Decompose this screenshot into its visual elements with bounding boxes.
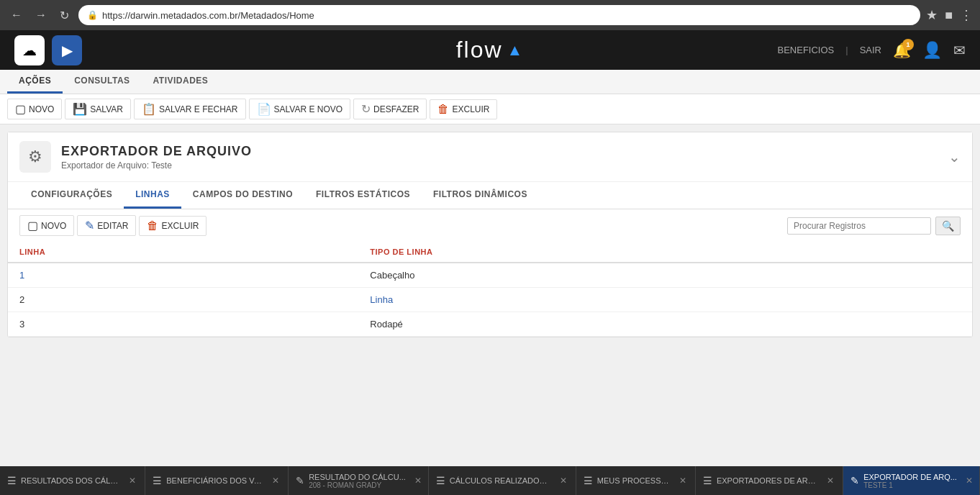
search-area: 🔍 (787, 217, 961, 235)
sub-excluir-icon: 🗑 (147, 219, 158, 232)
desfazer-label: DESFAZER (373, 104, 419, 114)
salvar-fechar-label: SALVAR E FECHAR (159, 104, 238, 114)
back-button[interactable]: ← (7, 7, 26, 23)
sub-toolbar: ▢ NOVO ✎ EDITAR 🗑 EXCLUIR 🔍 (8, 209, 972, 242)
cell-linha-3: 3 (8, 312, 358, 337)
salvar-fechar-button[interactable]: 📋 SALVAR E FECHAR (134, 99, 246, 119)
app-title: flow ▲ (456, 37, 525, 63)
extensions-button[interactable]: ■ (945, 8, 953, 23)
page-subtitle: Exportador de Arquivo: Teste (61, 160, 252, 171)
novo-checkbox-icon: ▢ (15, 102, 26, 116)
data-table: LINHA TIPO DE LINHA 1Cabeçalho2Linha3Rod… (8, 242, 972, 337)
bookmark-button[interactable]: ★ (926, 7, 938, 23)
nav-separator: | (845, 45, 848, 55)
refresh-button[interactable]: ↻ (56, 7, 73, 24)
page-header-icon: ⚙ (19, 141, 51, 173)
table-row[interactable]: 2Linha (8, 288, 972, 312)
user-avatar-icon[interactable]: 👤 (922, 41, 942, 60)
excluir-trash-icon: 🗑 (437, 103, 449, 116)
tab-atividades[interactable]: ATIVIDADES (142, 70, 220, 94)
browser-bar: ← → ↻ 🔒 https://darwin.metadados.com.br/… (0, 0, 980, 30)
notification-badge: 1 (902, 39, 914, 50)
cell-tipo-2[interactable]: Linha (358, 288, 972, 312)
sub-novo-button[interactable]: ▢ NOVO (19, 215, 74, 236)
cloud-logo: ☁ (14, 35, 45, 65)
salvar-button[interactable]: 💾 SALVAR (65, 99, 131, 119)
tab-campos-destino[interactable]: CAMPOS DO DESTINO (181, 182, 304, 209)
tab-consultas[interactable]: CONSULTAS (63, 70, 141, 94)
excluir-label: EXCLUIR (452, 104, 489, 114)
page-content-area: ⚙ EXPORTADOR DE ARQUIVO Exportador de Ar… (7, 132, 973, 337)
url-text: https://darwin.metadados.com.br/Metadado… (102, 10, 314, 21)
app-header: ☁ ▶ flow ▲ BENEFICIOS | SAIR 🔔 1 👤 ✉ (0, 30, 980, 70)
linha-link-1[interactable]: 1 (19, 270, 24, 281)
browser-menu-button[interactable]: ⋮ (960, 7, 973, 23)
desfazer-button[interactable]: ↻ DESFAZER (353, 99, 427, 119)
excluir-toolbar-button[interactable]: 🗑 EXCLUIR (430, 99, 497, 119)
browser-actions: ★ ■ ⋮ (926, 7, 973, 23)
search-input[interactable] (787, 217, 931, 235)
salvar-novo-icon: 📄 (257, 102, 271, 116)
table-row[interactable]: 3Rodapé (8, 312, 972, 337)
tab-linhas[interactable]: LINHAS (124, 182, 181, 209)
app-name-text: flow (456, 37, 503, 63)
sub-novo-icon: ▢ (27, 219, 38, 232)
salvar-icon: 💾 (73, 102, 87, 116)
arrow-logo[interactable]: ▶ (52, 35, 82, 65)
sub-excluir-label: EXCLUIR (161, 221, 199, 231)
mail-icon[interactable]: ✉ (953, 42, 966, 59)
novo-button[interactable]: ▢ NOVO (7, 99, 62, 119)
salvar-label: SALVAR (90, 104, 123, 114)
header-right: BENEFICIOS | SAIR 🔔 1 👤 ✉ (778, 41, 966, 60)
desfazer-icon: ↻ (361, 102, 371, 116)
page-header-text: EXPORTADOR DE ARQUIVO Exportador de Arqu… (61, 144, 252, 171)
beneficios-link[interactable]: BENEFICIOS (778, 45, 835, 55)
col-tipo-linha: TIPO DE LINHA (358, 242, 972, 263)
tab-filtros-dinamicos[interactable]: FILTROS DINÂMICOS (422, 182, 539, 209)
page-header: ⚙ EXPORTADOR DE ARQUIVO Exportador de Ar… (8, 132, 972, 182)
table-row[interactable]: 1Cabeçalho (8, 263, 972, 288)
salvar-fechar-icon: 📋 (142, 102, 156, 116)
cloud-icon: ☁ (22, 42, 37, 59)
tab-filtros-estaticos[interactable]: FILTROS ESTÁTICOS (304, 182, 422, 209)
logo-area: ☁ ▶ (14, 35, 82, 65)
main-tab-bar: AÇÕES CONSULTAS ATIVIDADES (0, 70, 980, 94)
salvar-novo-label: SALVAR E NOVO (274, 104, 343, 114)
sair-link[interactable]: SAIR (860, 45, 881, 55)
login-icon: ▶ (62, 42, 73, 59)
gear-icon: ⚙ (28, 147, 42, 166)
url-secure-icon: 🔒 (87, 10, 98, 20)
tab-acoes[interactable]: AÇÕES (7, 70, 63, 94)
tab-configuracoes[interactable]: CONFIGURAÇÕES (19, 182, 124, 209)
sub-editar-button[interactable]: ✎ EDITAR (77, 215, 136, 236)
inner-tab-bar: CONFIGURAÇÕES LINHAS CAMPOS DO DESTINO F… (8, 182, 972, 209)
sub-editar-label: EDITAR (97, 221, 128, 231)
page-title: EXPORTADOR DE ARQUIVO (61, 144, 252, 159)
notification-bell[interactable]: 🔔 1 (893, 42, 911, 59)
cell-linha-2: 2 (8, 288, 358, 312)
url-bar[interactable]: 🔒 https://darwin.metadados.com.br/Metada… (78, 5, 920, 25)
cell-tipo-1: Cabeçalho (358, 263, 972, 288)
sub-excluir-button[interactable]: 🗑 EXCLUIR (139, 216, 207, 236)
collapse-button[interactable]: ⌄ (948, 148, 961, 165)
tipo-link-2[interactable]: Linha (370, 294, 393, 305)
flow-logo-arrow-icon: ▲ (507, 41, 525, 60)
search-button[interactable]: 🔍 (935, 217, 961, 235)
col-linha: LINHA (8, 242, 358, 263)
salvar-novo-button[interactable]: 📄 SALVAR E NOVO (249, 99, 351, 119)
cell-tipo-3: Rodapé (358, 312, 972, 337)
table-header-row: LINHA TIPO DE LINHA (8, 242, 972, 263)
sub-editar-icon: ✎ (85, 219, 94, 232)
forward-button[interactable]: → (32, 7, 50, 23)
novo-label: NOVO (29, 104, 54, 114)
sub-novo-label: NOVO (41, 221, 66, 231)
main-toolbar: ▢ NOVO 💾 SALVAR 📋 SALVAR E FECHAR 📄 SALV… (0, 94, 980, 124)
cell-linha-1[interactable]: 1 (8, 263, 358, 288)
